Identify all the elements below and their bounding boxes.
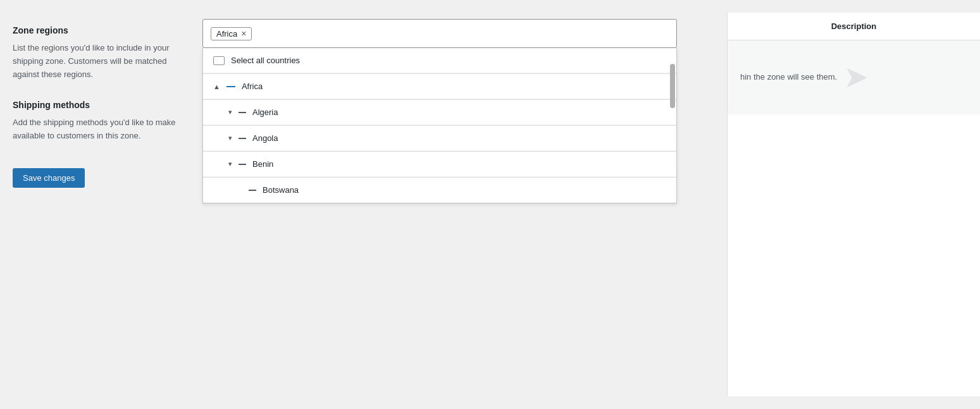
angola-label: Angola bbox=[252, 133, 278, 143]
select-all-checkbox[interactable] bbox=[213, 56, 225, 65]
select-all-label: Select all countries bbox=[231, 56, 300, 65]
shipping-methods-title: Shipping methods bbox=[13, 100, 177, 110]
algeria-chevron-icon[interactable]: ▾ bbox=[228, 108, 232, 116]
zone-regions-title: Zone regions bbox=[13, 25, 177, 35]
shipping-methods-section: Shipping methods Add the shipping method… bbox=[13, 100, 177, 143]
algeria-label: Algeria bbox=[252, 107, 278, 117]
algeria-item[interactable]: ▾ Algeria bbox=[203, 100, 676, 125]
shipping-methods-desc: Add the shipping methods you'd like to m… bbox=[13, 116, 177, 143]
right-panel-body: hin the zone will see them. ➤ bbox=[728, 40, 980, 114]
tag-label: Africa bbox=[216, 29, 237, 39]
zone-regions-section: Zone regions List the regions you'd like… bbox=[13, 25, 177, 81]
africa-tag[interactable]: Africa × bbox=[211, 27, 252, 40]
botswana-checkbox[interactable] bbox=[249, 190, 256, 191]
algeria-checkbox[interactable] bbox=[239, 112, 246, 113]
africa-item[interactable]: ▲ Africa bbox=[203, 74, 676, 99]
botswana-item[interactable]: Botswana bbox=[203, 178, 676, 203]
africa-checkbox-indeterminate[interactable] bbox=[226, 86, 235, 87]
scrollbar-thumb[interactable] bbox=[670, 64, 675, 108]
regions-input-wrapper: Africa × Select all countries ▲ Africa bbox=[202, 19, 677, 48]
select-all-item[interactable]: Select all countries bbox=[203, 48, 676, 73]
tag-close-icon[interactable]: × bbox=[241, 29, 246, 38]
arrow-icon: ➤ bbox=[843, 53, 869, 102]
main-content: Africa × Select all countries ▲ Africa bbox=[190, 13, 727, 396]
benin-checkbox[interactable] bbox=[239, 164, 246, 165]
benin-chevron-icon[interactable]: ▾ bbox=[228, 160, 232, 168]
sidebar: Zone regions List the regions you'd like… bbox=[0, 13, 190, 396]
right-panel: Description hin the zone will see them. … bbox=[727, 13, 980, 396]
regions-input-box[interactable]: Africa × bbox=[202, 19, 677, 48]
zone-regions-desc: List the regions you'd like to include i… bbox=[13, 42, 177, 81]
scrollbar-track[interactable] bbox=[670, 54, 675, 204]
save-changes-button[interactable]: Save changes bbox=[13, 168, 85, 188]
regions-dropdown: Select all countries ▲ Africa ▾ Algeria bbox=[202, 48, 677, 204]
benin-label: Benin bbox=[252, 159, 273, 169]
angola-chevron-icon[interactable]: ▾ bbox=[228, 134, 232, 142]
africa-chevron-up-icon[interactable]: ▲ bbox=[213, 83, 220, 90]
botswana-label: Botswana bbox=[263, 185, 299, 195]
benin-item[interactable]: ▾ Benin bbox=[203, 152, 676, 177]
right-panel-text: hin the zone will see them. bbox=[740, 71, 837, 84]
angola-checkbox[interactable] bbox=[239, 138, 246, 139]
africa-label: Africa bbox=[242, 82, 263, 91]
angola-item[interactable]: ▾ Angola bbox=[203, 126, 676, 151]
right-panel-header: Description bbox=[728, 13, 980, 40]
